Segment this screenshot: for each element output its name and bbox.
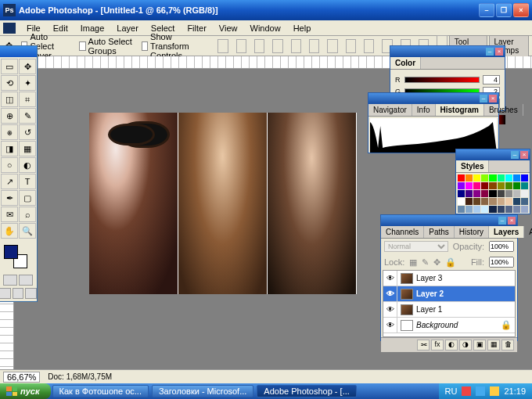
history-tab[interactable]: History xyxy=(455,226,489,238)
swatch[interactable] xyxy=(505,174,512,182)
move-tool[interactable]: ✥ xyxy=(19,59,36,74)
fx-button[interactable]: fx xyxy=(431,340,444,350)
swatch[interactable] xyxy=(466,174,473,182)
foreground-color-swatch[interactable] xyxy=(4,245,18,259)
swatch[interactable] xyxy=(521,182,528,189)
panel-minimize-icon[interactable]: – xyxy=(486,48,494,56)
opacity-input[interactable] xyxy=(489,241,514,252)
align-hcenter-button[interactable] xyxy=(291,39,301,53)
restore-button[interactable]: ❐ xyxy=(496,3,512,17)
swatch[interactable] xyxy=(521,174,528,182)
swatch[interactable] xyxy=(489,182,496,189)
swatch[interactable] xyxy=(481,190,488,197)
clock[interactable]: 21:19 xyxy=(504,386,526,396)
lang-indicator[interactable]: RU xyxy=(445,386,458,396)
swatch[interactable] xyxy=(513,174,520,182)
screen-full-button[interactable] xyxy=(25,288,37,299)
blur-tool[interactable]: ○ xyxy=(1,157,18,173)
swatch[interactable] xyxy=(498,206,505,213)
tray-icon[interactable] xyxy=(476,386,485,396)
fg-bg-color[interactable] xyxy=(2,243,34,271)
layer-row[interactable]: 👁Layer 2 xyxy=(383,286,515,302)
visibility-icon[interactable]: 👁 xyxy=(383,271,397,286)
hand-tool[interactable]: ✋ xyxy=(1,223,18,239)
lock-trans-icon[interactable]: ▦ xyxy=(409,257,417,268)
swatch[interactable] xyxy=(481,198,488,205)
color-tab[interactable]: Color xyxy=(390,57,421,69)
layer-thumb[interactable] xyxy=(401,320,413,331)
adjustment-button[interactable]: ◑ xyxy=(459,340,472,350)
info-tab[interactable]: Info xyxy=(412,104,436,116)
type-tool[interactable]: T xyxy=(19,174,36,189)
align-vcenter-button[interactable] xyxy=(236,39,246,53)
mask-button[interactable]: ◐ xyxy=(445,340,458,350)
toolbox-panel[interactable]: ▭ ✥ ⟲ ✦ ◫ ⌗ ⊕ ✎ ⎈ ↺ ◨ ▦ ○ ◐ ↗ T ✒ ▢ ✉ ⌕ … xyxy=(0,45,38,302)
align-right-button[interactable] xyxy=(309,39,319,53)
document-canvas[interactable] xyxy=(89,113,357,294)
stamp-tool[interactable]: ⎈ xyxy=(1,124,18,140)
swatch[interactable] xyxy=(466,198,473,205)
visibility-icon[interactable]: 👁 xyxy=(383,302,397,317)
swatch[interactable] xyxy=(458,198,465,205)
marquee-tool[interactable]: ▭ xyxy=(1,59,18,74)
swatch[interactable] xyxy=(481,174,488,182)
panel-minimize-icon[interactable]: – xyxy=(511,151,519,159)
swatches-panel[interactable]: –× Styles xyxy=(455,149,530,214)
styles-tab[interactable]: Styles xyxy=(456,160,489,172)
swatch[interactable] xyxy=(481,206,488,213)
link-layers-button[interactable]: ⫘ xyxy=(417,340,430,350)
layer-row-background[interactable]: 👁Background🔒 xyxy=(383,318,515,333)
screen-standard-button[interactable] xyxy=(0,288,11,299)
r-slider[interactable] xyxy=(404,77,480,83)
swatch[interactable] xyxy=(489,198,496,205)
r-value[interactable]: 4 xyxy=(483,75,500,84)
pen-tool[interactable]: ✒ xyxy=(1,190,18,206)
dist-bottom-button[interactable] xyxy=(364,39,374,53)
swatches-grid[interactable] xyxy=(456,173,530,214)
menu-layer[interactable]: Layer xyxy=(110,22,145,34)
layer-thumb[interactable] xyxy=(401,289,413,300)
dist-top-button[interactable] xyxy=(327,39,337,53)
swatch[interactable] xyxy=(489,174,496,182)
minimize-button[interactable]: – xyxy=(479,3,494,17)
swatch[interactable] xyxy=(505,198,512,205)
swatch[interactable] xyxy=(505,190,512,197)
swatch[interactable] xyxy=(505,182,512,189)
swatch[interactable] xyxy=(473,182,480,189)
swatch[interactable] xyxy=(498,190,505,197)
swatch[interactable] xyxy=(505,206,512,213)
layer-thumb[interactable] xyxy=(401,273,413,284)
swatch[interactable] xyxy=(481,182,488,189)
swatch[interactable] xyxy=(458,206,465,213)
paths-tab[interactable]: Paths xyxy=(424,226,455,238)
swatch[interactable] xyxy=(466,206,473,213)
swatch[interactable] xyxy=(498,182,505,189)
lasso-tool[interactable]: ⟲ xyxy=(1,75,18,91)
tray-icon[interactable] xyxy=(462,386,471,396)
zoom-field[interactable]: 66,67% xyxy=(3,372,40,383)
layers-panel[interactable]: –× Channels Paths History Layers Actions… xyxy=(380,214,518,341)
standard-mode-button[interactable] xyxy=(3,275,17,286)
system-tray[interactable]: RU 21:19 xyxy=(439,383,532,399)
swatch[interactable] xyxy=(473,206,480,213)
layer-thumb[interactable] xyxy=(401,304,413,315)
channels-tab[interactable]: Channels xyxy=(381,226,424,238)
eyedropper-tool[interactable]: ⌕ xyxy=(19,207,36,222)
brush-tool[interactable]: ✎ xyxy=(19,108,36,124)
align-left-button[interactable] xyxy=(272,39,282,53)
menu-help[interactable]: Help xyxy=(287,22,318,34)
quick-mask-button[interactable] xyxy=(19,275,33,286)
heal-tool[interactable]: ⊕ xyxy=(1,108,18,124)
swatch[interactable] xyxy=(521,190,528,197)
group-button[interactable]: ▣ xyxy=(473,340,486,350)
menu-window[interactable]: Window xyxy=(244,22,287,34)
slice-tool[interactable]: ⌗ xyxy=(19,92,36,107)
layer-row[interactable]: 👁Layer 1 xyxy=(383,302,515,318)
swatch[interactable] xyxy=(521,198,528,205)
panel-close-icon[interactable]: × xyxy=(489,95,497,102)
menu-image[interactable]: Image xyxy=(74,22,111,34)
eraser-tool[interactable]: ◨ xyxy=(1,141,18,156)
task-item[interactable]: Заголовки - Microsof... xyxy=(152,385,253,397)
swatch[interactable] xyxy=(513,190,520,197)
actions-tab[interactable]: Actions xyxy=(524,226,532,238)
